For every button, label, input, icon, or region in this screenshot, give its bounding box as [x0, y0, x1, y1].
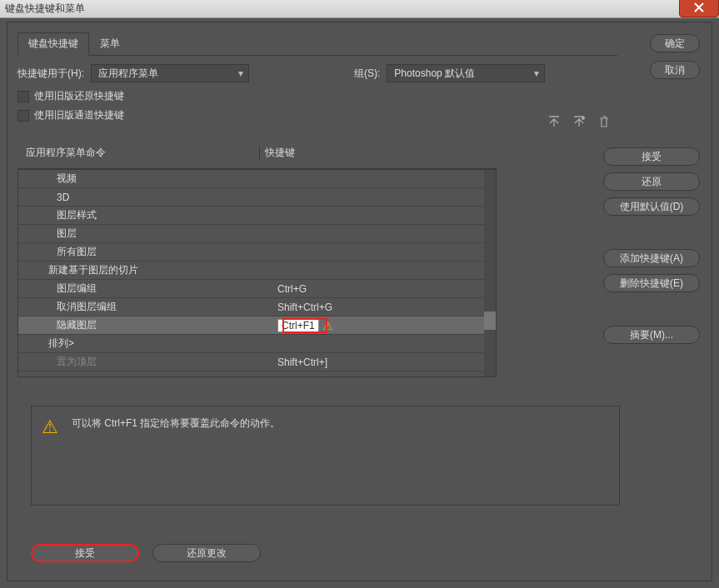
- set-label: 组(S):: [354, 67, 380, 81]
- side-actions: 接受 还原 使用默认值(D) 添加快捷键(A) 删除快捷键(E) 摘要(M)..…: [603, 147, 700, 344]
- table-row[interactable]: 3D: [18, 188, 496, 207]
- new-set-icon[interactable]: [572, 114, 587, 129]
- table-row[interactable]: 图层: [18, 225, 496, 243]
- accept-bottom-button[interactable]: 接受: [31, 544, 139, 562]
- col-shortcut: 快捷键: [259, 146, 497, 160]
- title-bar: 键盘快捷键和菜单: [0, 0, 719, 18]
- summary-button[interactable]: 摘要(M)...: [603, 326, 700, 344]
- row-name: 视频: [18, 172, 272, 186]
- close-button[interactable]: [679, 0, 719, 17]
- row-name: 新建基于图层的切片: [18, 263, 272, 277]
- table-row[interactable]: 排列>: [18, 335, 496, 353]
- scrollbar[interactable]: [484, 170, 496, 376]
- table-row[interactable]: 取消图层编组Shift+Ctrl+G: [18, 298, 496, 316]
- table-row[interactable]: 图层样式: [18, 207, 496, 225]
- ok-button[interactable]: 确定: [650, 34, 700, 52]
- row-name: 取消图层编组: [18, 300, 272, 314]
- form-row-1: 快捷键用于(H): 应用程序菜单 组(S): Photoshop 默认值: [17, 64, 702, 82]
- row-name: 3D: [18, 192, 272, 203]
- save-set-icon[interactable]: [547, 114, 562, 129]
- chk-legacy-undo-label: 使用旧版还原快捷键: [34, 89, 124, 103]
- table-row[interactable]: 视频: [18, 170, 496, 188]
- undo-side-button[interactable]: 还原: [603, 172, 700, 191]
- accept-side-button[interactable]: 接受: [603, 147, 700, 166]
- cancel-button[interactable]: 取消: [650, 61, 700, 79]
- scroll-thumb[interactable]: [484, 311, 496, 330]
- tabs: 键盘快捷键 菜单: [17, 32, 617, 56]
- dialog: 确定 取消 键盘快捷键 菜单 快捷键用于(H): 应用程序菜单 组(S): Ph…: [7, 22, 712, 581]
- message-text: 可以将 Ctrl+F1 指定给将要覆盖此命令的动作。: [72, 416, 280, 495]
- col-command: 应用程序菜单命令: [17, 146, 259, 160]
- shortcuts-for-select[interactable]: 应用程序菜单: [91, 64, 249, 82]
- warning-icon: ⚠: [42, 416, 58, 495]
- row-shortcut: Ctrl+F1 ⚠: [272, 319, 496, 332]
- add-shortcut-button[interactable]: 添加快捷键(A): [603, 249, 700, 267]
- row-name: 图层样式: [18, 208, 272, 222]
- table: 应用程序菜单命令 快捷键 视频3D图层样式图层所有图层新建基于图层的切片图层编组…: [17, 142, 497, 377]
- shortcut-input[interactable]: Ctrl+F1: [277, 319, 319, 332]
- table-row[interactable]: 所有图层: [18, 243, 496, 262]
- tab-shortcuts[interactable]: 键盘快捷键: [17, 32, 89, 56]
- chk-legacy-undo[interactable]: [17, 91, 29, 102]
- row-name: 图层: [18, 227, 272, 241]
- delete-shortcut-button[interactable]: 删除快捷键(E): [603, 274, 700, 292]
- table-head: 应用程序菜单命令 快捷键: [17, 142, 497, 169]
- row-name: 图层编组: [18, 282, 272, 296]
- delete-set-icon[interactable]: [597, 114, 612, 129]
- row-name: 所有图层: [18, 245, 272, 259]
- svg-point-0: [582, 117, 585, 120]
- row-shortcut: Shift+Ctrl+]: [272, 356, 496, 368]
- bottom-row: 接受 还原更改: [31, 544, 261, 562]
- tab-menu[interactable]: 菜单: [89, 32, 131, 55]
- set-select[interactable]: Photoshop 默认值: [387, 64, 545, 82]
- row-name: 排列>: [18, 336, 272, 351]
- chk-legacy-undo-row: 使用旧版还原快捷键: [17, 89, 702, 103]
- row-shortcut: Ctrl+G: [272, 283, 496, 295]
- window-title: 键盘快捷键和菜单: [5, 2, 85, 16]
- warning-icon: ⚠: [322, 319, 333, 332]
- table-body: 视频3D图层样式图层所有图层新建基于图层的切片图层编组Ctrl+G取消图层编组S…: [17, 169, 497, 377]
- table-row[interactable]: 置为顶层Shift+Ctrl+]: [18, 353, 496, 371]
- row-name: 置为顶层: [18, 355, 272, 369]
- chk-legacy-channel[interactable]: [17, 110, 29, 122]
- use-default-button[interactable]: 使用默认值(D): [603, 197, 700, 216]
- row-shortcut: Shift+Ctrl+G: [272, 301, 496, 313]
- shortcuts-for-label: 快捷键用于(H):: [17, 67, 84, 81]
- message-panel: ⚠ 可以将 Ctrl+F1 指定给将要覆盖此命令的动作。: [31, 406, 620, 506]
- table-row[interactable]: 新建基于图层的切片: [18, 262, 496, 280]
- chk-legacy-channel-label: 使用旧版通道快捷键: [34, 108, 124, 122]
- table-row[interactable]: 隐藏图层Ctrl+F1 ⚠: [18, 316, 496, 335]
- undo-changes-button[interactable]: 还原更改: [152, 544, 261, 562]
- row-name: 隐藏图层: [18, 318, 272, 332]
- table-row[interactable]: 图层编组Ctrl+G: [18, 280, 496, 298]
- icon-row: [547, 114, 612, 129]
